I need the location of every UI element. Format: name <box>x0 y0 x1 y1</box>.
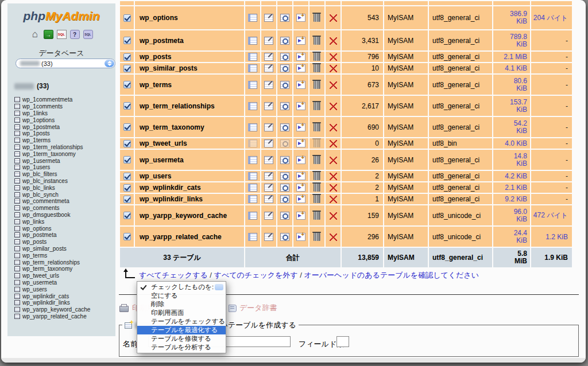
sidebar-table-link[interactable]: wp_dmsguestbook <box>14 212 90 219</box>
row-checkbox[interactable] <box>123 65 131 72</box>
row-checkbox[interactable] <box>123 140 131 147</box>
sidebar-table-link[interactable]: wp_posts <box>14 239 90 246</box>
row-checkbox[interactable] <box>123 81 131 88</box>
sql-window-icon[interactable]: SQL <box>57 30 67 39</box>
structure-icon[interactable] <box>264 81 273 89</box>
browse-icon[interactable] <box>248 195 257 203</box>
phpmyadmin-logo[interactable]: phpMyAdmin <box>7 9 115 23</box>
browse-icon[interactable] <box>248 53 257 61</box>
empty-icon[interactable] <box>314 184 320 192</box>
menu-item[interactable]: テーブルを最適化する <box>137 326 226 334</box>
insert-icon[interactable] <box>296 195 305 203</box>
browse-icon[interactable] <box>248 37 257 45</box>
drop-icon[interactable] <box>330 124 337 131</box>
check-overhead-link[interactable]: オーバーヘッドのあるテーブルを確認してください <box>304 271 478 279</box>
sidebar-table-link[interactable]: wp_1options <box>14 116 90 123</box>
insert-icon[interactable] <box>296 172 305 180</box>
structure-icon[interactable] <box>264 53 273 61</box>
browse-icon[interactable] <box>248 212 257 220</box>
uncheck-all-link[interactable]: すべてのチェックを外す <box>214 271 298 279</box>
sidebar-table-link[interactable]: wp_postmeta <box>14 232 90 239</box>
drop-icon[interactable] <box>330 173 337 180</box>
sidebar-table-link[interactable]: wp_1users <box>14 164 90 171</box>
browse-icon[interactable] <box>248 123 257 131</box>
sidebar-table-link[interactable]: wp_1comments <box>14 103 90 110</box>
sidebar-table-link[interactable]: wp_term_relationships <box>14 259 90 266</box>
search-icon[interactable] <box>280 184 289 192</box>
menu-item[interactable]: 削除 <box>137 300 226 309</box>
structure-icon[interactable] <box>264 172 273 180</box>
structure-icon[interactable] <box>264 64 273 72</box>
sidebar-table-link[interactable]: wp_comments <box>14 205 90 212</box>
sidebar-table-link[interactable]: wp_yarpp_related_cache <box>14 313 90 320</box>
sidebar-table-link[interactable]: wp_blc_instances <box>14 178 90 185</box>
empty-icon[interactable] <box>314 14 320 22</box>
row-checkbox[interactable] <box>123 184 131 192</box>
empty-icon[interactable] <box>314 212 320 220</box>
browse-icon[interactable] <box>248 184 257 192</box>
search-icon[interactable] <box>280 123 289 131</box>
menu-item[interactable]: テーブルを分析する <box>137 343 226 352</box>
sidebar-table-link[interactable]: wp_1commentmeta <box>14 96 90 103</box>
home-icon[interactable]: ⌂ <box>30 30 40 39</box>
help-icon[interactable]: ? <box>70 30 80 39</box>
database-heading[interactable]: (33) <box>14 82 49 90</box>
structure-icon[interactable] <box>264 233 273 241</box>
row-checkbox[interactable] <box>123 196 131 203</box>
structure-icon[interactable] <box>264 37 273 45</box>
fields-count-input[interactable] <box>336 336 349 347</box>
empty-icon[interactable] <box>314 156 320 164</box>
structure-icon[interactable] <box>264 156 273 164</box>
row-checkbox[interactable] <box>123 212 131 219</box>
empty-icon[interactable] <box>314 139 320 147</box>
sidebar-table-link[interactable]: wp_1links <box>14 110 90 117</box>
check-all-link[interactable]: すべてチェックする <box>139 271 208 279</box>
structure-icon[interactable] <box>264 102 273 110</box>
sidebar-table-link[interactable]: wp_usermeta <box>14 279 90 286</box>
menu-item[interactable]: 印刷用画面 <box>137 309 226 317</box>
sidebar-table-link[interactable]: wp_users <box>14 286 90 293</box>
row-checkbox[interactable] <box>123 233 131 240</box>
structure-icon[interactable] <box>264 195 273 203</box>
sidebar-table-link[interactable]: wp_blc_links <box>14 184 90 191</box>
structure-icon[interactable] <box>264 184 273 192</box>
sidebar-table-link[interactable]: wp_terms <box>14 252 90 259</box>
logout-icon[interactable]: → <box>44 30 53 39</box>
insert-icon[interactable] <box>296 212 305 220</box>
search-icon[interactable] <box>280 195 289 203</box>
empty-icon[interactable] <box>314 53 320 61</box>
menu-item[interactable]: テーブルをチェックする <box>137 317 226 326</box>
browse-icon[interactable] <box>248 172 257 180</box>
insert-icon[interactable] <box>296 184 305 192</box>
sidebar-table-link[interactable]: wp_1terms <box>14 137 90 144</box>
sidebar-table-link[interactable]: wp_1term_relationships <box>14 144 90 151</box>
search-icon[interactable] <box>280 233 289 241</box>
overhead[interactable]: 472 バイト <box>531 205 572 225</box>
empty-icon[interactable] <box>314 37 320 45</box>
empty-icon[interactable] <box>314 172 320 180</box>
empty-icon[interactable] <box>314 81 320 89</box>
browse-icon[interactable] <box>248 233 257 241</box>
search-icon[interactable] <box>280 81 289 89</box>
browse-icon[interactable] <box>248 64 257 72</box>
sidebar-table-link[interactable]: wp_blc_synch <box>14 191 90 198</box>
sidebar-table-link[interactable]: wp_1term_taxonomy <box>14 150 90 157</box>
insert-icon[interactable] <box>296 123 305 131</box>
search-icon[interactable] <box>280 14 289 22</box>
empty-icon[interactable] <box>314 195 320 203</box>
insert-icon[interactable] <box>296 81 305 89</box>
search-icon[interactable] <box>280 64 289 72</box>
data-dictionary-link[interactable]: データ辞書 <box>229 303 277 313</box>
drop-icon[interactable] <box>330 37 337 45</box>
drop-icon[interactable] <box>330 184 337 192</box>
structure-icon[interactable] <box>264 14 273 22</box>
search-icon[interactable] <box>280 53 289 61</box>
sidebar-table-link[interactable]: wp_links <box>14 218 90 225</box>
insert-icon[interactable] <box>296 156 305 164</box>
row-checkbox[interactable] <box>123 102 131 110</box>
browse-icon[interactable] <box>248 81 257 89</box>
sidebar-table-link[interactable]: wp_term_taxonomy <box>14 266 90 272</box>
overhead[interactable]: 204 バイト <box>531 6 572 29</box>
empty-icon[interactable] <box>314 64 320 72</box>
browse-icon[interactable] <box>248 102 257 110</box>
